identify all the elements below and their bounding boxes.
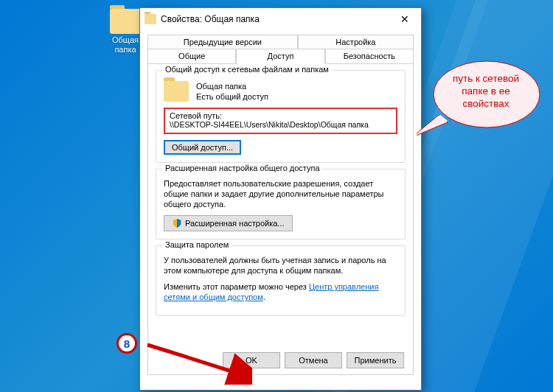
annotation-callout: путь к сетевой папке в ее свойствах <box>431 57 542 125</box>
folder-name: Общая папка <box>196 81 268 91</box>
advanced-settings-button[interactable]: Расширенная настройка... <box>164 215 293 231</box>
cancel-button[interactable]: Отмена <box>285 352 342 368</box>
tab-general[interactable]: Общие <box>147 49 236 63</box>
share-button[interactable]: Общий доступ... <box>164 140 241 155</box>
network-path-label: Сетевой путь: <box>170 111 392 120</box>
group-label: Расширенная настройка общего доступа <box>162 164 323 172</box>
tab-previous-versions[interactable]: Предыдущие версии <box>147 35 298 49</box>
group-label: Общий доступ к сетевым файлам и папкам <box>162 65 332 74</box>
advanced-sharing-group: Расширенная настройка общего доступа Пре… <box>156 169 406 239</box>
password-protection-group: Защита паролем У пользователей должны бы… <box>156 245 406 316</box>
network-sharing-group: Общий доступ к сетевым файлам и папкам О… <box>156 70 406 163</box>
network-path-box: Сетевой путь: \\DESKTOP-SI44EEL\Users\Ni… <box>164 108 397 134</box>
tab-row-bottom: Общие Доступ Безопасность <box>147 49 414 63</box>
apply-button[interactable]: Применить <box>347 352 404 368</box>
advanced-desc: Предоставляет пользовательские разрешени… <box>164 178 397 209</box>
folder-icon <box>110 9 141 34</box>
tab-content: Общий доступ к сетевым файлам и папкам О… <box>147 63 414 375</box>
tab-row-top: Предыдущие версии Настройка <box>147 35 414 49</box>
step-badge: 8 <box>116 333 137 354</box>
callout-text: путь к сетевой папке в ее свойствах <box>442 72 530 110</box>
tab-sharing[interactable]: Доступ <box>236 49 324 64</box>
share-status: Есть общий доступ <box>196 91 268 102</box>
window-title: Свойства: Общая папка <box>161 14 388 24</box>
share-button-label: Общий доступ... <box>172 143 233 152</box>
password-desc2: Изменить этот параметр можно через Центр… <box>164 281 397 302</box>
tab-customize[interactable]: Настройка <box>298 35 414 49</box>
tab-security[interactable]: Безопасность <box>325 49 414 63</box>
password-desc1: У пользователей должны быть учетная запи… <box>164 255 397 276</box>
password-desc2-post: . <box>263 293 265 301</box>
password-desc2-pre: Изменить этот параметр можно через <box>164 282 309 291</box>
step-number: 8 <box>124 337 130 350</box>
advanced-button-label: Расширенная настройка... <box>185 219 285 228</box>
group-label: Защита паролем <box>162 240 232 249</box>
annotation-arrow-icon <box>142 340 252 385</box>
close-button[interactable]: ✕ <box>388 8 421 30</box>
apply-label: Применить <box>355 356 397 365</box>
folder-icon <box>145 14 156 24</box>
close-icon: ✕ <box>400 13 409 25</box>
share-info-row: Общая папка Есть общий доступ <box>164 81 397 102</box>
titlebar: Свойства: Общая папка ✕ <box>140 8 421 30</box>
share-info: Общая папка Есть общий доступ <box>196 81 268 102</box>
folder-icon <box>164 81 189 102</box>
shield-icon <box>172 218 182 228</box>
properties-dialog: Свойства: Общая папка ✕ Предыдущие верси… <box>139 7 422 391</box>
tabs-container: Предыдущие версии Настройка Общие Доступ… <box>140 30 421 375</box>
network-path-value: \\DESKTOP-SI44EEL\Users\Nikita\Desktop\О… <box>170 120 392 129</box>
cancel-label: Отмена <box>299 356 327 365</box>
